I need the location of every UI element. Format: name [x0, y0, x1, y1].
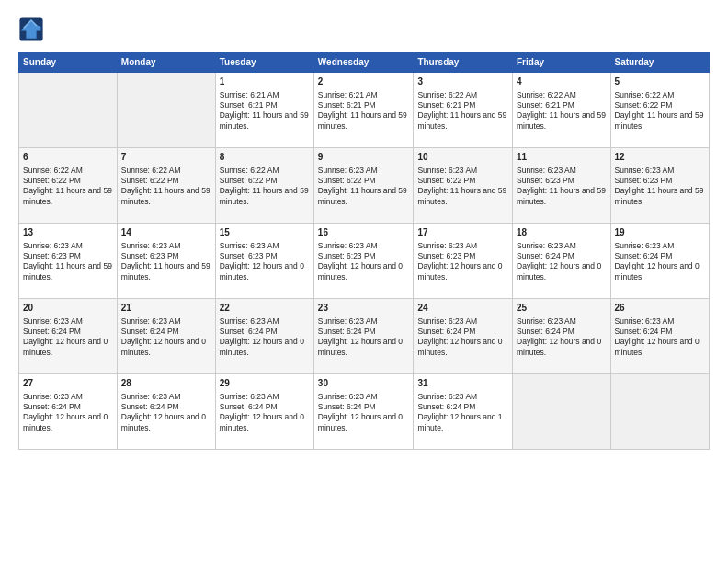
day-header-friday: Friday	[513, 52, 611, 73]
calendar-cell: 11Sunrise: 6:23 AMSunset: 6:23 PMDayligh…	[513, 148, 611, 224]
day-info: Sunrise: 6:23 AM	[121, 316, 211, 327]
day-info: Sunset: 6:22 PM	[615, 100, 705, 110]
day-info: Sunset: 6:21 PM	[517, 100, 607, 110]
day-info: Sunset: 6:23 PM	[615, 176, 705, 186]
day-info: Sunset: 6:22 PM	[23, 176, 113, 186]
day-info: Sunrise: 6:23 AM	[318, 392, 410, 402]
calendar-cell: 28Sunrise: 6:23 AMSunset: 6:24 PMDayligh…	[117, 374, 215, 450]
calendar-cell: 14Sunrise: 6:23 AMSunset: 6:23 PMDayligh…	[117, 224, 215, 299]
day-info: Sunrise: 6:23 AM	[318, 166, 410, 176]
day-info: Sunset: 6:23 PM	[318, 251, 410, 261]
logo-icon	[18, 17, 44, 42]
day-info: Sunset: 6:22 PM	[121, 176, 211, 186]
calendar-cell: 4Sunrise: 6:22 AMSunset: 6:21 PMDaylight…	[513, 73, 611, 148]
day-info: Daylight: 12 hours and 0 minutes.	[121, 412, 211, 433]
day-info: Daylight: 12 hours and 0 minutes.	[318, 412, 410, 433]
day-number: 29	[220, 377, 310, 390]
day-info: Sunset: 6:21 PM	[318, 100, 410, 110]
day-info: Sunrise: 6:23 AM	[23, 241, 113, 251]
day-number: 28	[121, 377, 211, 390]
day-number: 24	[417, 302, 508, 315]
week-row-2: 6Sunrise: 6:22 AMSunset: 6:22 PMDaylight…	[19, 148, 710, 224]
day-info: Daylight: 11 hours and 59 minutes.	[417, 186, 508, 207]
day-info: Daylight: 11 hours and 59 minutes.	[121, 186, 211, 207]
calendar-cell: 26Sunrise: 6:23 AMSunset: 6:24 PMDayligh…	[610, 299, 709, 374]
day-info: Daylight: 11 hours and 59 minutes.	[318, 186, 410, 207]
day-number: 14	[121, 226, 211, 239]
day-number: 4	[517, 75, 607, 88]
calendar-cell: 19Sunrise: 6:23 AMSunset: 6:24 PMDayligh…	[610, 224, 709, 299]
day-info: Daylight: 12 hours and 0 minutes.	[615, 261, 705, 282]
calendar-cell	[610, 374, 709, 450]
calendar-cell: 21Sunrise: 6:23 AMSunset: 6:24 PMDayligh…	[117, 299, 215, 374]
day-number: 31	[417, 377, 508, 390]
calendar-cell: 30Sunrise: 6:23 AMSunset: 6:24 PMDayligh…	[313, 374, 414, 450]
day-info: Sunrise: 6:23 AM	[615, 316, 705, 327]
week-row-3: 13Sunrise: 6:23 AMSunset: 6:23 PMDayligh…	[19, 224, 710, 299]
calendar-cell: 6Sunrise: 6:22 AMSunset: 6:22 PMDaylight…	[19, 148, 118, 224]
day-info: Sunset: 6:24 PM	[517, 327, 607, 337]
day-header-wednesday: Wednesday	[313, 52, 414, 73]
day-info: Sunset: 6:24 PM	[615, 327, 705, 337]
calendar-cell: 5Sunrise: 6:22 AMSunset: 6:22 PMDaylight…	[610, 73, 709, 148]
day-number: 7	[121, 151, 211, 164]
day-info: Sunset: 6:22 PM	[220, 176, 310, 186]
day-info: Sunset: 6:24 PM	[517, 251, 607, 261]
day-info: Sunset: 6:24 PM	[121, 327, 211, 337]
day-info: Daylight: 12 hours and 0 minutes.	[517, 261, 607, 282]
calendar-cell: 13Sunrise: 6:23 AMSunset: 6:23 PMDayligh…	[19, 224, 118, 299]
day-info: Daylight: 12 hours and 0 minutes.	[220, 412, 310, 433]
day-info: Sunrise: 6:23 AM	[220, 316, 310, 327]
day-number: 19	[615, 226, 705, 239]
calendar-cell: 10Sunrise: 6:23 AMSunset: 6:22 PMDayligh…	[414, 148, 513, 224]
calendar-cell: 1Sunrise: 6:21 AMSunset: 6:21 PMDaylight…	[215, 73, 313, 148]
day-number: 5	[615, 75, 705, 88]
day-info: Daylight: 12 hours and 0 minutes.	[220, 337, 310, 358]
day-info: Daylight: 12 hours and 0 minutes.	[417, 261, 508, 282]
day-info: Sunrise: 6:21 AM	[220, 90, 310, 100]
day-info: Sunset: 6:21 PM	[417, 100, 508, 110]
day-info: Daylight: 12 hours and 0 minutes.	[220, 261, 310, 282]
day-number: 16	[318, 226, 410, 239]
day-header-sunday: Sunday	[19, 52, 118, 73]
day-number: 15	[220, 226, 310, 239]
calendar-cell	[117, 73, 215, 148]
day-info: Daylight: 12 hours and 0 minutes.	[318, 261, 410, 282]
day-info: Sunset: 6:23 PM	[220, 251, 310, 261]
day-info: Sunset: 6:22 PM	[417, 176, 508, 186]
day-info: Sunset: 6:24 PM	[23, 402, 113, 412]
day-info: Daylight: 12 hours and 0 minutes.	[318, 337, 410, 358]
calendar-cell: 31Sunrise: 6:23 AMSunset: 6:24 PMDayligh…	[414, 374, 513, 450]
day-number: 26	[615, 302, 705, 315]
day-info: Sunrise: 6:22 AM	[220, 166, 310, 176]
calendar-cell: 22Sunrise: 6:23 AMSunset: 6:24 PMDayligh…	[215, 299, 313, 374]
day-info: Sunset: 6:23 PM	[23, 251, 113, 261]
day-info: Sunrise: 6:22 AM	[23, 166, 113, 176]
day-info: Sunset: 6:22 PM	[318, 176, 410, 186]
day-number: 8	[220, 151, 310, 164]
day-info: Sunrise: 6:22 AM	[517, 90, 607, 100]
day-number: 13	[23, 226, 113, 239]
calendar-cell: 2Sunrise: 6:21 AMSunset: 6:21 PMDaylight…	[313, 73, 414, 148]
day-number: 20	[23, 302, 113, 315]
day-number: 2	[318, 75, 410, 88]
calendar-cell: 20Sunrise: 6:23 AMSunset: 6:24 PMDayligh…	[19, 299, 118, 374]
day-info: Sunset: 6:23 PM	[417, 251, 508, 261]
day-header-tuesday: Tuesday	[215, 52, 313, 73]
day-number: 22	[220, 302, 310, 315]
day-info: Sunset: 6:24 PM	[23, 327, 113, 337]
day-info: Sunset: 6:23 PM	[121, 251, 211, 261]
day-info: Sunrise: 6:23 AM	[121, 241, 211, 251]
week-row-4: 20Sunrise: 6:23 AMSunset: 6:24 PMDayligh…	[19, 299, 710, 374]
logo	[18, 17, 46, 42]
calendar-cell: 16Sunrise: 6:23 AMSunset: 6:23 PMDayligh…	[313, 224, 414, 299]
day-info: Sunset: 6:24 PM	[220, 402, 310, 412]
day-info: Sunset: 6:24 PM	[417, 327, 508, 337]
header-row: SundayMondayTuesdayWednesdayThursdayFrid…	[19, 52, 710, 73]
day-info: Sunrise: 6:23 AM	[23, 316, 113, 327]
calendar-cell: 18Sunrise: 6:23 AMSunset: 6:24 PMDayligh…	[513, 224, 611, 299]
day-number: 9	[318, 151, 410, 164]
day-info: Daylight: 11 hours and 59 minutes.	[517, 110, 607, 132]
day-info: Sunset: 6:24 PM	[220, 327, 310, 337]
day-info: Daylight: 11 hours and 59 minutes.	[220, 186, 310, 207]
